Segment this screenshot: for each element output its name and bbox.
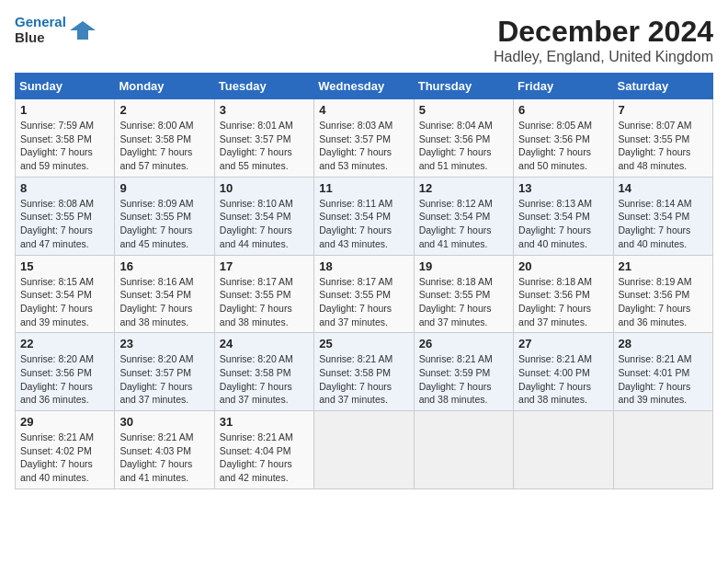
day-number: 9 [119, 181, 209, 195]
logo-bird-icon [70, 17, 96, 43]
day-number: 25 [319, 337, 408, 350]
day-number: 13 [518, 181, 608, 195]
calendar-cell: 26 Sunrise: 8:21 AMSunset: 3:59 PMDaylig… [414, 333, 513, 411]
calendar-cell: 28 Sunrise: 8:21 AMSunset: 4:01 PMDaylig… [613, 333, 712, 411]
calendar-cell: 30 Sunrise: 8:21 AMSunset: 4:03 PMDaylig… [115, 411, 214, 489]
calendar-cell: 9 Sunrise: 8:09 AMSunset: 3:55 PMDayligh… [115, 177, 214, 255]
day-number: 15 [20, 259, 109, 273]
day-info: Sunrise: 8:01 AMSunset: 3:57 PMDaylight:… [220, 119, 309, 173]
calendar-cell: 17 Sunrise: 8:17 AMSunset: 3:55 PMDaylig… [214, 255, 313, 333]
calendar-cell: 20 Sunrise: 8:18 AMSunset: 3:56 PMDaylig… [514, 255, 613, 333]
day-info: Sunrise: 8:21 AMSunset: 4:00 PMDaylight:… [518, 352, 608, 407]
calendar-cell [613, 411, 712, 489]
svg-marker-0 [70, 21, 96, 40]
day-number: 4 [319, 103, 408, 117]
calendar-cell: 13 Sunrise: 8:13 AMSunset: 3:54 PMDaylig… [514, 177, 613, 255]
day-number: 24 [220, 337, 309, 350]
day-number: 11 [319, 181, 408, 195]
day-info: Sunrise: 8:17 AMSunset: 3:55 PMDaylight:… [220, 275, 309, 329]
calendar-cell: 22 Sunrise: 8:20 AMSunset: 3:56 PMDaylig… [16, 333, 115, 411]
calendar-cell: 5 Sunrise: 8:04 AMSunset: 3:56 PMDayligh… [414, 99, 513, 178]
calendar-cell: 15 Sunrise: 8:15 AMSunset: 3:54 PMDaylig… [16, 255, 115, 333]
day-number: 16 [119, 259, 209, 273]
calendar-cell: 6 Sunrise: 8:05 AMSunset: 3:56 PMDayligh… [514, 99, 613, 178]
day-info: Sunrise: 8:16 AMSunset: 3:54 PMDaylight:… [119, 275, 209, 329]
day-info: Sunrise: 8:17 AMSunset: 3:55 PMDaylight:… [319, 275, 408, 329]
main-title: December 2024 [494, 15, 713, 49]
day-number: 27 [518, 337, 608, 350]
title-block: December 2024 Hadley, England, United Ki… [494, 15, 713, 65]
day-info: Sunrise: 8:00 AMSunset: 3:58 PMDaylight:… [119, 119, 209, 173]
day-info: Sunrise: 8:21 AMSunset: 3:59 PMDaylight:… [419, 352, 508, 407]
day-of-week-header: Tuesday [214, 74, 313, 99]
calendar-cell: 31 Sunrise: 8:21 AMSunset: 4:04 PMDaylig… [214, 411, 313, 489]
day-number: 12 [419, 181, 508, 195]
calendar-cell [314, 411, 414, 489]
day-info: Sunrise: 8:21 AMSunset: 4:02 PMDaylight:… [20, 431, 109, 485]
calendar-cell: 21 Sunrise: 8:19 AMSunset: 3:56 PMDaylig… [613, 255, 712, 333]
day-number: 10 [220, 181, 309, 195]
day-info: Sunrise: 8:21 AMSunset: 4:04 PMDaylight:… [220, 431, 309, 485]
day-of-week-header: Wednesday [314, 74, 414, 99]
day-number: 3 [220, 103, 309, 117]
day-number: 7 [619, 103, 708, 117]
day-info: Sunrise: 8:11 AMSunset: 3:54 PMDaylight:… [319, 197, 408, 251]
day-number: 14 [619, 181, 708, 195]
day-info: Sunrise: 8:08 AMSunset: 3:55 PMDaylight:… [20, 197, 109, 251]
day-number: 21 [619, 259, 708, 273]
day-number: 8 [20, 181, 109, 195]
calendar-cell [414, 411, 513, 489]
subtitle: Hadley, England, United Kingdom [494, 49, 713, 65]
day-info: Sunrise: 8:21 AMSunset: 4:03 PMDaylight:… [119, 431, 209, 485]
calendar-cell: 7 Sunrise: 8:07 AMSunset: 3:55 PMDayligh… [613, 99, 712, 178]
logo: General Blue [15, 15, 96, 45]
day-number: 17 [220, 259, 309, 273]
calendar-cell: 1 Sunrise: 7:59 AMSunset: 3:58 PMDayligh… [16, 99, 115, 178]
day-of-week-header: Thursday [414, 74, 513, 99]
day-number: 20 [518, 259, 608, 273]
day-number: 18 [319, 259, 408, 273]
day-info: Sunrise: 8:20 AMSunset: 3:58 PMDaylight:… [220, 352, 309, 407]
day-info: Sunrise: 8:20 AMSunset: 3:56 PMDaylight:… [20, 352, 109, 407]
calendar-cell: 18 Sunrise: 8:17 AMSunset: 3:55 PMDaylig… [314, 255, 414, 333]
calendar-table: SundayMondayTuesdayWednesdayThursdayFrid… [15, 73, 713, 489]
day-number: 2 [119, 103, 209, 117]
day-info: Sunrise: 8:05 AMSunset: 3:56 PMDaylight:… [518, 119, 608, 173]
day-number: 23 [119, 337, 209, 350]
calendar-cell: 14 Sunrise: 8:14 AMSunset: 3:54 PMDaylig… [613, 177, 712, 255]
day-number: 31 [220, 415, 309, 429]
page-header: General Blue December 2024 Hadley, Engla… [15, 15, 713, 65]
day-info: Sunrise: 8:10 AMSunset: 3:54 PMDaylight:… [220, 197, 309, 251]
day-info: Sunrise: 8:21 AMSunset: 4:01 PMDaylight:… [619, 352, 708, 407]
day-info: Sunrise: 8:14 AMSunset: 3:54 PMDaylight:… [619, 197, 708, 251]
calendar-cell: 3 Sunrise: 8:01 AMSunset: 3:57 PMDayligh… [214, 99, 313, 178]
day-of-week-header: Sunday [16, 74, 115, 99]
day-number: 26 [419, 337, 508, 350]
calendar-cell: 8 Sunrise: 8:08 AMSunset: 3:55 PMDayligh… [16, 177, 115, 255]
calendar-cell: 16 Sunrise: 8:16 AMSunset: 3:54 PMDaylig… [115, 255, 214, 333]
calendar-cell: 29 Sunrise: 8:21 AMSunset: 4:02 PMDaylig… [16, 411, 115, 489]
day-info: Sunrise: 7:59 AMSunset: 3:58 PMDaylight:… [20, 119, 109, 173]
day-number: 29 [20, 415, 109, 429]
day-number: 30 [119, 415, 209, 429]
calendar-cell [514, 411, 613, 489]
logo-text: General Blue [15, 15, 66, 45]
calendar-cell: 25 Sunrise: 8:21 AMSunset: 3:58 PMDaylig… [314, 333, 414, 411]
day-number: 6 [518, 103, 608, 117]
day-info: Sunrise: 8:15 AMSunset: 3:54 PMDaylight:… [20, 275, 109, 329]
calendar-cell: 27 Sunrise: 8:21 AMSunset: 4:00 PMDaylig… [514, 333, 613, 411]
day-of-week-header: Monday [115, 74, 214, 99]
calendar-cell: 2 Sunrise: 8:00 AMSunset: 3:58 PMDayligh… [115, 99, 214, 178]
day-number: 5 [419, 103, 508, 117]
day-number: 28 [619, 337, 708, 350]
day-info: Sunrise: 8:09 AMSunset: 3:55 PMDaylight:… [119, 197, 209, 251]
calendar-cell: 12 Sunrise: 8:12 AMSunset: 3:54 PMDaylig… [414, 177, 513, 255]
day-info: Sunrise: 8:07 AMSunset: 3:55 PMDaylight:… [619, 119, 708, 173]
day-number: 19 [419, 259, 508, 273]
calendar-cell: 19 Sunrise: 8:18 AMSunset: 3:55 PMDaylig… [414, 255, 513, 333]
day-info: Sunrise: 8:18 AMSunset: 3:56 PMDaylight:… [518, 275, 608, 329]
calendar-cell: 11 Sunrise: 8:11 AMSunset: 3:54 PMDaylig… [314, 177, 414, 255]
day-info: Sunrise: 8:12 AMSunset: 3:54 PMDaylight:… [419, 197, 508, 251]
day-info: Sunrise: 8:04 AMSunset: 3:56 PMDaylight:… [419, 119, 508, 173]
day-info: Sunrise: 8:03 AMSunset: 3:57 PMDaylight:… [319, 119, 408, 173]
